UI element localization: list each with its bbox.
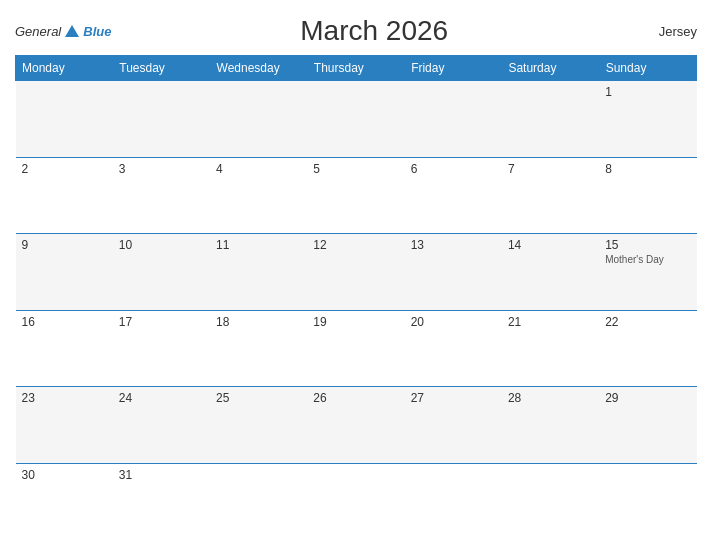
day-number: 30	[22, 468, 107, 482]
calendar-week-row: 16171819202122	[16, 310, 697, 387]
calendar-day-cell: 31	[113, 463, 210, 540]
day-number: 5	[313, 162, 398, 176]
day-number: 1	[605, 85, 690, 99]
calendar-week-row: 1	[16, 81, 697, 158]
day-event: Mother's Day	[605, 254, 690, 265]
day-number: 12	[313, 238, 398, 252]
calendar-day-cell	[307, 463, 404, 540]
calendar-day-cell: 15Mother's Day	[599, 234, 696, 311]
day-number: 2	[22, 162, 107, 176]
day-number: 11	[216, 238, 301, 252]
day-number: 17	[119, 315, 204, 329]
calendar-day-cell: 25	[210, 387, 307, 464]
calendar-day-cell: 16	[16, 310, 113, 387]
calendar-day-cell	[113, 81, 210, 158]
calendar-day-cell	[599, 463, 696, 540]
logo-blue-text: Blue	[83, 24, 111, 39]
calendar-week-row: 3031	[16, 463, 697, 540]
day-number: 28	[508, 391, 593, 405]
calendar-day-cell: 23	[16, 387, 113, 464]
day-number: 8	[605, 162, 690, 176]
column-header-monday: Monday	[16, 56, 113, 81]
calendar-day-cell	[307, 81, 404, 158]
calendar-day-cell: 22	[599, 310, 696, 387]
logo-triangle-icon	[65, 25, 79, 37]
calendar-day-cell: 11	[210, 234, 307, 311]
calendar-day-cell: 28	[502, 387, 599, 464]
day-number: 16	[22, 315, 107, 329]
calendar-day-cell: 5	[307, 157, 404, 234]
calendar-day-cell: 18	[210, 310, 307, 387]
calendar-day-cell: 1	[599, 81, 696, 158]
calendar-day-cell	[210, 463, 307, 540]
calendar-week-row: 23242526272829	[16, 387, 697, 464]
calendar-day-cell: 24	[113, 387, 210, 464]
calendar-day-cell: 9	[16, 234, 113, 311]
calendar-day-cell: 17	[113, 310, 210, 387]
calendar-day-cell: 12	[307, 234, 404, 311]
calendar-day-cell	[405, 81, 502, 158]
day-number: 18	[216, 315, 301, 329]
day-number: 22	[605, 315, 690, 329]
calendar-day-cell: 29	[599, 387, 696, 464]
calendar-day-cell	[16, 81, 113, 158]
page-title: March 2026	[111, 15, 637, 47]
calendar-day-cell: 8	[599, 157, 696, 234]
day-number: 3	[119, 162, 204, 176]
calendar-week-row: 2345678	[16, 157, 697, 234]
day-number: 20	[411, 315, 496, 329]
day-number: 24	[119, 391, 204, 405]
day-number: 9	[22, 238, 107, 252]
day-number: 19	[313, 315, 398, 329]
day-number: 25	[216, 391, 301, 405]
calendar-day-cell: 19	[307, 310, 404, 387]
calendar-header: General Blue March 2026 Jersey	[15, 10, 697, 55]
day-number: 6	[411, 162, 496, 176]
logo-general-text: General	[15, 24, 61, 39]
logo: General Blue	[15, 24, 111, 39]
calendar-day-cell	[502, 81, 599, 158]
calendar-day-cell: 30	[16, 463, 113, 540]
day-number: 29	[605, 391, 690, 405]
day-number: 10	[119, 238, 204, 252]
day-number: 27	[411, 391, 496, 405]
column-header-saturday: Saturday	[502, 56, 599, 81]
day-number: 4	[216, 162, 301, 176]
calendar-body: 123456789101112131415Mother's Day1617181…	[16, 81, 697, 541]
calendar-day-cell: 7	[502, 157, 599, 234]
calendar-day-cell: 14	[502, 234, 599, 311]
day-number: 14	[508, 238, 593, 252]
day-number: 23	[22, 391, 107, 405]
calendar-day-cell: 3	[113, 157, 210, 234]
column-header-tuesday: Tuesday	[113, 56, 210, 81]
calendar-day-cell	[502, 463, 599, 540]
day-number: 21	[508, 315, 593, 329]
calendar-day-cell: 13	[405, 234, 502, 311]
day-number: 26	[313, 391, 398, 405]
calendar-day-cell: 6	[405, 157, 502, 234]
column-header-friday: Friday	[405, 56, 502, 81]
column-header-thursday: Thursday	[307, 56, 404, 81]
day-number: 15	[605, 238, 690, 252]
calendar-day-cell	[405, 463, 502, 540]
day-number: 31	[119, 468, 204, 482]
calendar-day-cell: 4	[210, 157, 307, 234]
day-number: 7	[508, 162, 593, 176]
calendar-table: MondayTuesdayWednesdayThursdayFridaySatu…	[15, 55, 697, 540]
calendar-day-cell: 26	[307, 387, 404, 464]
calendar-header-row: MondayTuesdayWednesdayThursdayFridaySatu…	[16, 56, 697, 81]
region-label: Jersey	[637, 24, 697, 39]
day-number: 13	[411, 238, 496, 252]
calendar-week-row: 9101112131415Mother's Day	[16, 234, 697, 311]
calendar-day-cell: 27	[405, 387, 502, 464]
calendar-day-cell: 20	[405, 310, 502, 387]
calendar-day-cell	[210, 81, 307, 158]
column-header-wednesday: Wednesday	[210, 56, 307, 81]
calendar-day-cell: 2	[16, 157, 113, 234]
calendar-day-cell: 21	[502, 310, 599, 387]
column-header-sunday: Sunday	[599, 56, 696, 81]
calendar-day-cell: 10	[113, 234, 210, 311]
